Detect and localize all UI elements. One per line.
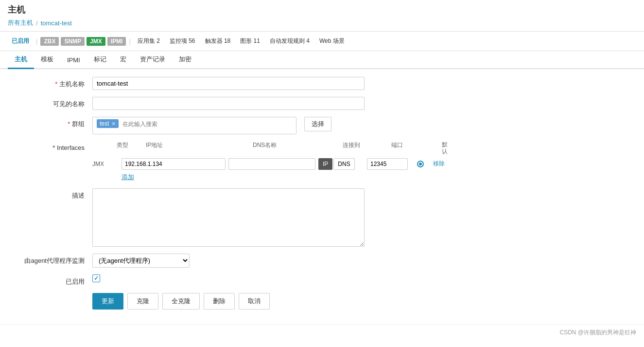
visible-name-input[interactable]: [92, 97, 365, 110]
hostname-input[interactable]: [92, 77, 365, 90]
group-tag: test ✕: [97, 119, 119, 128]
tab-encrypt[interactable]: 加密: [172, 51, 198, 69]
cancel-button[interactable]: 取消: [239, 293, 270, 310]
action-buttons: 更新 克隆 全克隆 删除 取消: [15, 293, 629, 310]
tab-ipmi[interactable]: IPMI: [60, 53, 87, 69]
add-interface-link[interactable]: 添加: [122, 173, 134, 182]
visible-name-row: 可见的名称: [15, 97, 629, 110]
interface-default-radio[interactable]: [417, 161, 424, 167]
top-nav-autodiscover[interactable]: 自动发现规则 4: [266, 36, 313, 47]
interfaces-label: * Interfaces: [15, 141, 92, 151]
sub-tabs: 主机 模板 IPMI 标记 宏 资产记录 加密: [0, 51, 644, 69]
full-clone-button[interactable]: 全克隆: [162, 293, 200, 310]
interface-remove-wrapper: 移除: [433, 160, 445, 168]
interface-default-wrapper: [411, 161, 430, 167]
top-nav-jmx[interactable]: JMX: [87, 37, 105, 46]
top-nav: 已启用 | ZBX SNMP JMX IPMI | 应用集 2 监控项 56 触…: [0, 32, 644, 51]
tab-tag[interactable]: 标记: [87, 51, 113, 69]
clone-button[interactable]: 克隆: [127, 293, 158, 310]
enabled-row: 已启用 ✓: [15, 274, 629, 286]
interface-ip-wrapper: [122, 158, 228, 170]
form-container: * 主机名称 可见的名称 * 群组 test ✕ 选: [0, 77, 644, 319]
group-tag-remove[interactable]: ✕: [111, 121, 116, 127]
agent-row: 由agent代理程序监测 (无agent代理程序)代理程序1代理程序2: [15, 254, 629, 268]
interface-conn-wrapper: IP DNS: [318, 158, 367, 170]
tab-host[interactable]: 主机: [8, 51, 34, 69]
top-nav-graphs[interactable]: 图形 11: [236, 36, 264, 47]
agent-select-wrapper: (无agent代理程序)代理程序1代理程序2: [92, 254, 365, 268]
update-button[interactable]: 更新: [92, 293, 123, 310]
tab-asset[interactable]: 资产记录: [133, 51, 172, 69]
conn-dns-button[interactable]: DNS: [333, 158, 354, 170]
interface-dns-wrapper: [228, 158, 318, 170]
interface-dns-input[interactable]: [228, 158, 315, 170]
desc-textarea[interactable]: [92, 188, 365, 247]
breadcrumb: 所有主机 / tomcat-test: [8, 18, 636, 27]
breadcrumb-current[interactable]: tomcat-test: [41, 19, 72, 27]
interface-remove-link[interactable]: 移除: [433, 160, 445, 167]
agent-label: 由agent代理程序监测: [15, 254, 92, 265]
interface-port-wrapper: [367, 158, 411, 170]
footer-note: CSDN @许胭脂的男神是狂神: [0, 324, 644, 341]
interface-ip-input[interactable]: [122, 158, 226, 170]
page-title: 主机: [8, 4, 636, 16]
top-nav-enabled[interactable]: 已启用: [8, 36, 33, 47]
enabled-checkbox-wrapper: ✓: [92, 274, 365, 282]
top-nav-ipmi[interactable]: IPMI: [107, 37, 126, 46]
interfaces-row: * Interfaces 类型 IP地址 DNS名称 连接到 端口 默认 JMX: [15, 141, 629, 182]
group-label: * 群组: [15, 117, 92, 128]
interfaces-section: 类型 IP地址 DNS名称 连接到 端口 默认 JMX IP: [92, 141, 629, 182]
interface-row: JMX IP DNS: [92, 158, 629, 170]
delete-button[interactable]: 删除: [204, 293, 235, 310]
group-choose-button[interactable]: 选择: [304, 117, 331, 131]
interface-port-input[interactable]: [367, 158, 408, 170]
hostname-field-wrapper: [92, 77, 365, 90]
top-nav-apps[interactable]: 应用集 2: [134, 36, 164, 47]
desc-label: 描述: [15, 188, 92, 200]
page-header: 主机 所有主机 / tomcat-test: [0, 0, 644, 32]
desc-row: 描述: [15, 188, 629, 247]
group-row: * 群组 test ✕ 选择: [15, 117, 629, 134]
visible-name-label: 可见的名称: [15, 97, 92, 109]
top-nav-web[interactable]: Web 场景: [315, 36, 348, 47]
conn-ip-button[interactable]: IP: [318, 158, 332, 170]
top-nav-zbx[interactable]: ZBX: [40, 37, 59, 46]
breadcrumb-sep: /: [36, 19, 38, 27]
interfaces-header: 类型 IP地址 DNS名称 连接到 端口 默认: [92, 141, 629, 155]
visible-name-field-wrapper: [92, 97, 365, 110]
top-nav-monitors[interactable]: 监控项 56: [166, 36, 199, 47]
hostname-row: * 主机名称: [15, 77, 629, 90]
tab-template[interactable]: 模板: [34, 51, 60, 69]
interface-type: JMX: [92, 161, 122, 167]
tab-macro[interactable]: 宏: [113, 51, 133, 69]
top-nav-snmp[interactable]: SNMP: [61, 37, 85, 46]
enabled-label: 已启用: [15, 274, 92, 286]
agent-select[interactable]: (无agent代理程序)代理程序1代理程序2: [92, 254, 190, 268]
enabled-checkbox[interactable]: ✓: [92, 274, 100, 282]
top-nav-triggers[interactable]: 触发器 18: [201, 36, 235, 47]
group-search-input[interactable]: [122, 121, 195, 128]
hostname-label: * 主机名称: [15, 77, 92, 89]
group-input-box[interactable]: test ✕: [92, 117, 296, 134]
breadcrumb-all-hosts[interactable]: 所有主机: [8, 18, 33, 27]
